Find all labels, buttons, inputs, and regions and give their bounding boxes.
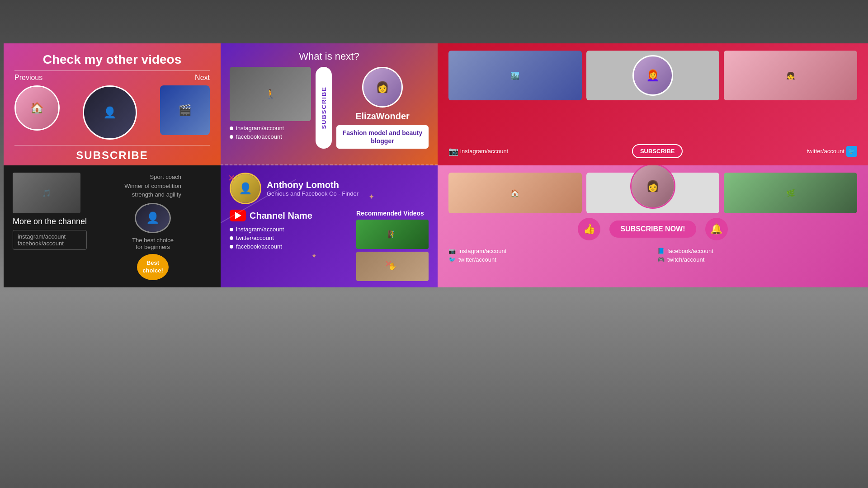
- x-decoration-1: ✕: [228, 173, 236, 183]
- instagram-icon: 📷: [448, 248, 456, 254]
- card3-thumbnails: 🏙️ 👩‍🦰 Previous Channel Name Next Beauty…: [448, 51, 857, 100]
- card3-next-thumb[interactable]: 👧: [724, 51, 857, 100]
- card2-blogger-desc: Fashion model and beauty blogger: [343, 129, 423, 145]
- card6-subscribe-now-button[interactable]: SUBSCRIBE NOW!: [609, 221, 696, 238]
- card4-coach-title: Sport coach: [124, 173, 181, 182]
- card5-channel-name: Channel Name: [250, 211, 312, 221]
- card3-social-row: 📷 instagram/account SUBSCRIBE twitter/ac…: [448, 141, 857, 158]
- card4-best-choice-badge: Best choice!: [137, 254, 169, 280]
- card4-avatar: 👤: [135, 203, 171, 233]
- twitter-icon: 🐦: [846, 146, 857, 157]
- card-more-on-channel: 🎵 More on the channel instagram/account …: [4, 165, 221, 287]
- card6-bell-button[interactable]: 🔔: [705, 218, 728, 240]
- card4-desc1: The best choice: [132, 237, 174, 244]
- card3-next-img: 👧: [724, 51, 857, 100]
- card6-facebook[interactable]: 📘 facebook/account: [657, 248, 857, 254]
- card1-center-img: 👤: [84, 87, 136, 138]
- card-channel-red: 🏙️ 👩‍🦰 Previous Channel Name Next Beauty…: [438, 43, 868, 165]
- card3-avatar-img: 👩‍🦰: [634, 56, 672, 94]
- card-subscribe-now: 🏠 👩 🌿 👍 SUBSCRIBE NOW! 🔔 📷 ins: [438, 165, 868, 287]
- card2-instagram[interactable]: instagram/account: [230, 125, 311, 131]
- card2-thumbnail[interactable]: 🚶: [230, 67, 311, 121]
- card1-prev-thumb-1[interactable]: 🏠: [14, 85, 60, 131]
- card3-twitter[interactable]: twitter/account 🐦: [807, 146, 857, 157]
- card5-rec-img-1: 🧗: [356, 220, 429, 249]
- twitch-icon: 🎮: [657, 256, 665, 263]
- twitter-icon: 🐦: [448, 256, 456, 263]
- dot-icon: [230, 236, 233, 240]
- dot-icon: [230, 135, 233, 139]
- card4-thumbnail[interactable]: 🎵: [13, 173, 80, 213]
- card6-like-button[interactable]: 👍: [578, 218, 600, 240]
- card2-blogger-name: ElizaWonder: [355, 111, 410, 122]
- card2-content: 🚶 instagram/account facebook/account SUB…: [230, 67, 429, 149]
- thumbs-up-icon: 👍: [583, 223, 595, 235]
- x-decoration-2: ✕: [385, 258, 392, 269]
- card6-social-grid: 📷 instagram/account 📘 facebook/account 🐦…: [448, 248, 857, 263]
- card5-rec-img-2: ✋: [356, 252, 429, 281]
- card2-title: What is next?: [299, 51, 359, 62]
- card3-instagram[interactable]: 📷 instagram/account: [448, 146, 508, 156]
- card2-subscribe-vertical[interactable]: SUBSCRIBE: [316, 67, 332, 149]
- card6-thumb-center: 👩: [586, 173, 720, 213]
- card-what-is-next: What is next? 🚶 instagram/account facebo…: [221, 43, 438, 165]
- sparkle-decoration-2: ✦: [311, 252, 317, 260]
- card2-thumb-img: 🚶: [230, 67, 311, 121]
- card4-coach-info: Sport coach Winner of competition streng…: [124, 173, 181, 199]
- sparkle-decoration-1: ✦: [368, 192, 374, 201]
- card4-facebook: facebook/account: [18, 240, 82, 247]
- card6-img-3: 🌿: [724, 173, 857, 213]
- card3-channel-avatar: 👩‍🦰: [632, 55, 673, 96]
- card4-coach-subtitle2: strength and agility: [124, 190, 181, 199]
- card5-content: Channel Name instagram/account twitter/a…: [230, 210, 429, 281]
- card2-left: 🚶 instagram/account facebook/account: [230, 67, 311, 149]
- video-cards-grid: Check my other videos Previous Next 🏠 👤 …: [4, 43, 864, 287]
- card1-next-label: Next: [195, 74, 210, 82]
- card6-instagram[interactable]: 📷 instagram/account: [448, 248, 648, 254]
- card5-twitter[interactable]: twitter/account: [230, 235, 351, 241]
- card1-center-thumb[interactable]: 👤: [83, 85, 137, 140]
- card4-desc2: for beginners: [132, 244, 174, 250]
- card6-thumbnails: 🏠 👩 🌿: [448, 173, 857, 213]
- subscribe-vertical-text: SUBSCRIBE: [321, 86, 327, 129]
- card6-thumb-1[interactable]: 🏠: [448, 173, 582, 213]
- card5-rec-thumb-1[interactable]: 🧗: [356, 220, 429, 249]
- card5-person-subtitle: Genious and Facebook Co - Finder: [267, 190, 359, 197]
- card2-social: instagram/account facebook/account: [230, 125, 311, 140]
- card3-prev-thumb[interactable]: 🏙️: [448, 51, 582, 100]
- bell-icon: 🔔: [710, 223, 722, 235]
- card2-blogger-desc-box: Fashion model and beauty blogger: [336, 125, 429, 149]
- card4-coach-subtitle1: Winner of competition: [124, 182, 181, 191]
- card2-facebook[interactable]: facebook/account: [230, 133, 311, 140]
- card2-avatar-img: 👩: [363, 68, 401, 106]
- card2-blogger-avatar: 👩: [362, 67, 403, 108]
- card-anthony-lomoth: ✕ ✕ ✦ ✦ 👤 Anthony Lomoth Genious and Fac…: [221, 165, 438, 287]
- card6-avatar-img: 👩: [632, 165, 674, 207]
- card4-avatar-img: 👤: [136, 204, 170, 232]
- card1-previous-label: Previous: [14, 74, 42, 82]
- card4-social-box: instagram/account facebook/account: [13, 230, 87, 250]
- card1-next-thumb[interactable]: 🎬: [160, 85, 210, 135]
- card5-right: Recommended Videos 🧗 ✋: [356, 210, 429, 281]
- card1-divider-top: [14, 70, 210, 71]
- card6-actions: 👍 SUBSCRIBE NOW! 🔔: [448, 218, 857, 240]
- card6-twitch[interactable]: 🎮 twitch/account: [657, 256, 857, 263]
- card4-left: 🎵 More on the channel instagram/account …: [13, 173, 87, 280]
- card6-center-avatar: 👩: [630, 165, 675, 209]
- card6-thumb-3[interactable]: 🌿: [724, 173, 857, 213]
- card1-prev-img-1: 🏠: [16, 87, 58, 129]
- card5-facebook[interactable]: facebook/account: [230, 243, 351, 250]
- card5-social: instagram/account twitter/account facebo…: [230, 226, 351, 250]
- card6-img-1: 🏠: [448, 173, 582, 213]
- card1-divider-bottom: [14, 145, 210, 145]
- card3-prev-img: 🏙️: [448, 51, 582, 100]
- card5-instagram[interactable]: instagram/account: [230, 226, 351, 233]
- dot-icon: [230, 127, 233, 130]
- card3-subscribe-button[interactable]: SUBSCRIBE: [632, 144, 683, 158]
- instagram-icon: 📷: [448, 146, 458, 156]
- card1-subscribe: SUBSCRIBE: [14, 149, 210, 162]
- card4-desc: The best choice for beginners: [132, 237, 174, 250]
- dot-icon: [230, 245, 233, 249]
- card5-rec-thumb-2[interactable]: ✋: [356, 252, 429, 281]
- card6-twitter[interactable]: 🐦 twitter/account: [448, 256, 648, 263]
